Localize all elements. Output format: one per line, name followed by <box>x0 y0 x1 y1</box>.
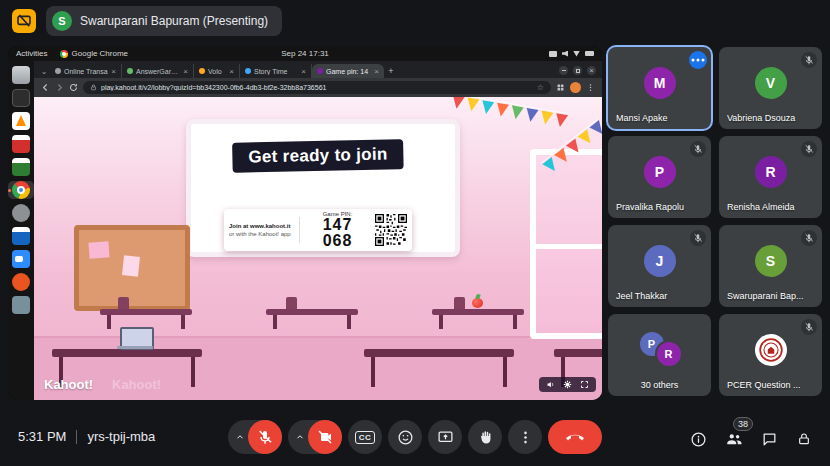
tab-favicon <box>55 68 61 74</box>
terminal-icon[interactable] <box>12 89 30 107</box>
leave-call-button[interactable] <box>548 420 602 454</box>
chat-icon <box>761 431 778 448</box>
participant-tile[interactable]: M Mansi Apake <box>608 47 711 129</box>
raise-hand-button[interactable] <box>468 420 502 454</box>
present-screen-icon <box>16 13 32 29</box>
divider <box>299 217 300 243</box>
mic-muted-icon <box>801 52 817 68</box>
panel-buttons: 38 <box>690 430 812 448</box>
zoom-icon[interactable] <box>12 250 30 268</box>
new-tab-button[interactable] <box>384 64 398 78</box>
lock-icon <box>796 431 812 447</box>
hand-icon <box>477 429 494 446</box>
join-line-1: Join at www.kahoot.it <box>229 223 290 229</box>
captions-button[interactable]: CC <box>348 420 382 454</box>
participant-tile[interactable]: P Pravalika Rapolu <box>608 136 711 218</box>
captions-icon: CC <box>355 431 376 444</box>
participant-name: Renisha Almeida <box>727 202 814 212</box>
present-button[interactable] <box>428 420 462 454</box>
forward-icon[interactable] <box>55 83 64 92</box>
participant-tile[interactable]: V Vabriena Dsouza <box>719 47 822 129</box>
close-icon[interactable] <box>587 66 596 75</box>
browser-menu-icon[interactable] <box>586 83 595 92</box>
hangup-icon <box>566 428 584 446</box>
settings-icon[interactable] <box>12 204 30 222</box>
browser-tab-active[interactable]: Game pin: 14 <box>312 64 384 78</box>
extensions-icon[interactable] <box>556 83 565 92</box>
mic-options-chevron[interactable] <box>228 432 248 442</box>
participant-name: Pravalika Rapolu <box>616 202 703 212</box>
camera-options-chevron[interactable] <box>288 432 308 442</box>
mic-mute-button[interactable] <box>248 420 282 454</box>
bookmark-star-icon[interactable]: ☆ <box>537 83 544 92</box>
vlc-icon[interactable] <box>12 112 30 130</box>
browser-tab[interactable]: AnswerGarden <box>122 64 194 78</box>
participant-tile-others[interactable]: P R 30 others <box>608 314 711 396</box>
back-icon[interactable] <box>41 83 50 92</box>
chrome-icon <box>60 50 68 58</box>
google-meet-window: S Swaruparani Bapuram (Presenting) Activ… <box>0 0 830 466</box>
pcer-emblem-icon <box>758 337 784 363</box>
profile-avatar[interactable] <box>570 82 581 93</box>
window-controls <box>559 66 602 78</box>
tab-favicon <box>199 68 205 74</box>
mic-muted-icon <box>801 319 817 335</box>
participant-tile[interactable]: J Jeel Thakkar <box>608 225 711 307</box>
tab-close-icon[interactable] <box>183 67 188 76</box>
kahoot-logo-ghost: Kahoot! <box>112 377 161 392</box>
activities-button[interactable]: Activities <box>16 49 48 58</box>
people-panel-button[interactable]: 38 <box>725 430 743 448</box>
address-bar[interactable]: play.kahoot.it/v2/lobby?quizId=bb342300-… <box>83 81 551 94</box>
tab-close-icon[interactable] <box>374 67 379 76</box>
reactions-button[interactable] <box>388 420 422 454</box>
avatar: J <box>644 245 676 277</box>
join-instructions: Join at www.kahoot.it or with the Kahoot… <box>229 222 293 239</box>
tab-favicon <box>127 68 133 74</box>
participant-tile[interactable]: PCER Question ... <box>719 314 822 396</box>
system-tray[interactable] <box>549 51 594 57</box>
desktop-clock[interactable]: Sep 24 17:31 <box>281 49 329 58</box>
pin-block: Game PIN: 147 068 <box>306 211 369 249</box>
meeting-details-button[interactable] <box>690 431 707 448</box>
chat-panel-button[interactable] <box>761 431 778 448</box>
maximize-icon[interactable] <box>573 66 582 75</box>
tab-close-icon[interactable] <box>229 67 234 76</box>
ubuntu-top-bar: Activities Google Chrome Sep 24 17:31 <box>8 46 602 61</box>
software-center-icon[interactable] <box>12 273 30 291</box>
browser-tab[interactable]: Volo <box>194 64 240 78</box>
browser-tab[interactable]: Story Time <box>240 64 312 78</box>
tab-close-icon[interactable] <box>111 67 116 76</box>
url-text: play.kahoot.it/v2/lobby?quizId=bb342300-… <box>101 84 533 91</box>
sound-icon[interactable] <box>546 380 555 389</box>
chrome-dock-icon[interactable] <box>12 181 30 199</box>
participant-tile[interactable]: R Renisha Almeida <box>719 136 822 218</box>
present-screen-icon <box>437 429 454 446</box>
tab-search-icon[interactable] <box>38 64 50 78</box>
divider <box>76 430 77 444</box>
participant-grid: M Mansi Apake V Vabriena Dsouza P Praval… <box>608 47 822 396</box>
kahoot-lobby-page: Get ready to join Join at www.kahoot.it … <box>34 97 602 400</box>
tile-menu-button[interactable] <box>689 51 707 69</box>
files-icon[interactable] <box>12 66 30 84</box>
reload-icon[interactable] <box>69 83 78 92</box>
settings-gear-icon[interactable] <box>563 380 572 389</box>
camera-off-icon <box>317 429 333 445</box>
libreoffice-calc-icon[interactable] <box>12 158 30 176</box>
host-controls-button[interactable] <box>796 431 812 447</box>
chrome-window: Online Transa AnswerGarden Volo Story Ti… <box>34 61 602 400</box>
fullscreen-icon[interactable] <box>580 380 589 389</box>
tab-close-icon[interactable] <box>301 67 306 76</box>
presenting-warning-icon[interactable] <box>12 9 36 33</box>
minimize-icon[interactable] <box>559 66 568 75</box>
libreoffice-writer-icon[interactable] <box>12 227 30 245</box>
shared-screen-tile[interactable]: Activities Google Chrome Sep 24 17:31 <box>8 46 602 400</box>
browser-tab[interactable]: Online Transa <box>50 64 122 78</box>
trash-icon[interactable] <box>12 296 30 314</box>
camera-off-button[interactable] <box>308 420 342 454</box>
participant-tile[interactable]: S Swaruparani Bap... <box>719 225 822 307</box>
kahoot-title: Get ready to join <box>232 139 404 173</box>
more-options-button[interactable] <box>508 420 542 454</box>
libreoffice-impress-icon[interactable] <box>12 135 30 153</box>
battery-icon <box>585 51 594 56</box>
avatar-cluster: P R <box>640 332 680 366</box>
